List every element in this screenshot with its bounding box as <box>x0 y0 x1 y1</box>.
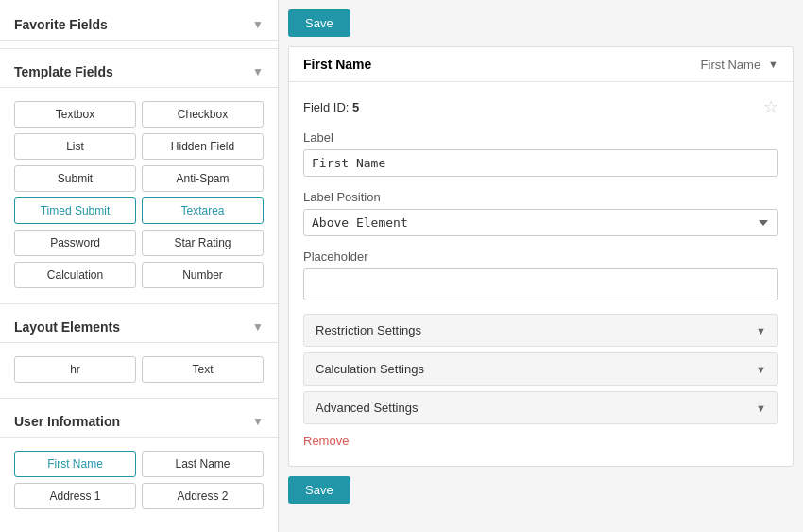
main-content: Save First Name First Name ▼ Field ID: 5… <box>279 0 803 532</box>
calculation-settings-label: Calculation Settings <box>316 362 424 376</box>
btn-textbox[interactable]: Textbox <box>14 101 136 128</box>
panel-header-right: First Name ▼ <box>701 58 778 72</box>
divider-3 <box>0 398 278 399</box>
field-id-text: Field ID: 5 <box>303 100 359 114</box>
panel-header-value: First Name <box>701 58 761 72</box>
divider-1 <box>0 48 278 49</box>
btn-hidden-field[interactable]: Hidden Field <box>142 133 264 160</box>
user-info-chevron[interactable]: ▼ <box>252 415 264 428</box>
field-panel: First Name First Name ▼ Field ID: 5 ☆ La… <box>288 46 794 467</box>
restriction-settings-accordion[interactable]: Restriction Settings ▼ <box>303 314 778 347</box>
label-position-label: Label Position <box>303 190 778 204</box>
layout-elements-chevron[interactable]: ▼ <box>252 320 264 334</box>
placeholder-input[interactable] <box>303 268 778 300</box>
template-fields-title: Template Fields <box>14 64 113 79</box>
remove-link[interactable]: Remove <box>303 434 349 448</box>
btn-checkbox[interactable]: Checkbox <box>142 101 264 128</box>
btn-list[interactable]: List <box>14 133 136 160</box>
template-fields-grid: Textbox Checkbox List Hidden Field Submi… <box>0 95 278 300</box>
btn-number[interactable]: Number <box>142 262 264 288</box>
placeholder-row: Placeholder <box>303 249 778 300</box>
btn-calculation[interactable]: Calculation <box>14 262 136 288</box>
restriction-settings-label: Restriction Settings <box>316 323 421 337</box>
sidebar: Favorite Fields ▼ Template Fields ▼ Text… <box>0 0 279 532</box>
label-position-row: Label Position Above Element Below Eleme… <box>303 190 778 236</box>
advanced-settings-label: Advanced Settings <box>316 401 418 415</box>
restriction-settings-arrow: ▼ <box>756 325 766 336</box>
panel-title: First Name <box>303 57 371 72</box>
layout-elements-title: Layout Elements <box>14 319 120 335</box>
advanced-settings-accordion[interactable]: Advanced Settings ▼ <box>303 391 778 424</box>
btn-text[interactable]: Text <box>142 356 264 383</box>
star-icon[interactable]: ☆ <box>763 96 778 117</box>
btn-address-1[interactable]: Address 1 <box>14 483 136 509</box>
calculation-settings-arrow: ▼ <box>756 364 766 375</box>
user-info-header: User Information ▼ <box>0 406 278 438</box>
btn-anti-spam[interactable]: Anti-Spam <box>142 165 264 192</box>
user-info-grid: First Name Last Name Address 1 Address 2 <box>0 445 278 521</box>
template-fields-chevron[interactable]: ▼ <box>252 65 264 78</box>
panel-header-dropdown-arrow[interactable]: ▼ <box>768 59 778 70</box>
btn-textarea[interactable]: Textarea <box>142 197 264 224</box>
panel-body: Field ID: 5 ☆ Label Label Position Above… <box>289 82 793 466</box>
calculation-settings-accordion[interactable]: Calculation Settings ▼ <box>303 352 778 386</box>
btn-submit[interactable]: Submit <box>14 165 136 192</box>
user-info-title: User Information <box>14 414 120 429</box>
label-position-select[interactable]: Above Element Below Element Left of Elem… <box>303 209 778 236</box>
btn-timed-submit[interactable]: Timed Submit <box>14 197 136 224</box>
advanced-settings-arrow: ▼ <box>756 403 766 414</box>
save-button-bottom[interactable]: Save <box>288 476 350 504</box>
favorite-fields-title: Favorite Fields <box>14 17 108 32</box>
favorite-fields-header: Favorite Fields ▼ <box>0 9 278 41</box>
label-row: Label <box>303 130 778 177</box>
field-id-row: Field ID: 5 ☆ <box>303 96 778 117</box>
field-id-label: Field ID: <box>303 100 349 114</box>
btn-first-name[interactable]: First Name <box>14 451 136 477</box>
layout-elements-header: Layout Elements ▼ <box>0 312 278 343</box>
save-button-top[interactable]: Save <box>288 9 350 37</box>
label-field-label: Label <box>303 130 778 145</box>
field-panel-header: First Name First Name ▼ <box>289 47 793 82</box>
favorite-fields-chevron[interactable]: ▼ <box>252 18 264 31</box>
btn-last-name[interactable]: Last Name <box>142 451 264 477</box>
btn-address-2[interactable]: Address 2 <box>142 483 264 509</box>
divider-2 <box>0 303 278 304</box>
template-fields-header: Template Fields ▼ <box>0 57 278 88</box>
placeholder-label: Placeholder <box>303 249 778 264</box>
field-id-value: 5 <box>352 100 359 114</box>
btn-star-rating[interactable]: Star Rating <box>142 230 264 256</box>
btn-hr[interactable]: hr <box>14 356 136 383</box>
btn-password[interactable]: Password <box>14 230 136 256</box>
layout-elements-grid: hr Text <box>0 351 278 394</box>
label-input[interactable] <box>303 149 778 177</box>
